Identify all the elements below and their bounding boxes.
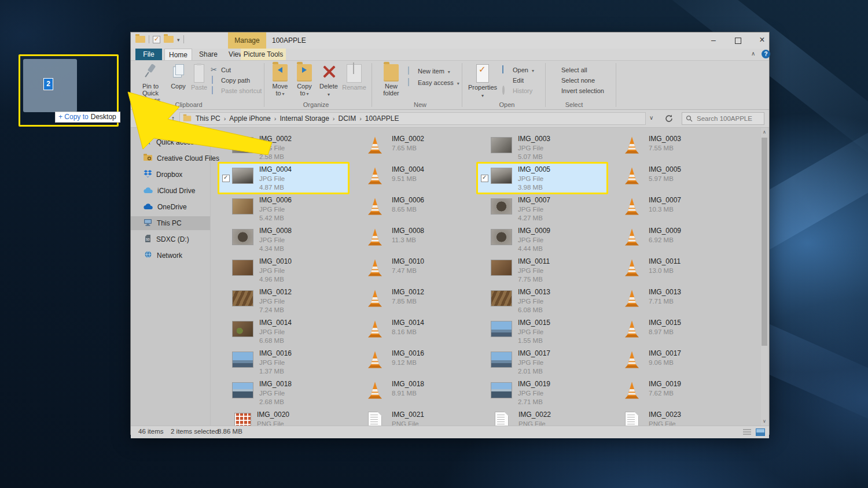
file-item-img_0022[interactable]: IMG_0022PNG File: [482, 409, 615, 426]
file-item-img_0016[interactable]: IMG_00169.12 MB: [355, 347, 488, 378]
file-item-img_0007[interactable]: IMG_000710.3 MB: [612, 194, 745, 225]
sidebar-item-creative-cloud-files[interactable]: Creative Cloud Files: [131, 151, 210, 165]
close-button[interactable]: [751, 32, 773, 49]
file-item-img_0015[interactable]: IMG_0015JPG File1.55 MB: [482, 317, 615, 347]
cut-button[interactable]: Cut: [211, 65, 231, 75]
file-item-img_0018[interactable]: IMG_00188.91 MB: [355, 378, 488, 409]
copy-path-button[interactable]: Copy path: [211, 76, 250, 85]
details-view-icon[interactable]: [743, 429, 751, 435]
sidebar-item-network[interactable]: Network: [131, 249, 210, 263]
file-item-img_0012[interactable]: IMG_0012JPG File7.24 MB: [223, 286, 356, 317]
file-item-img_0008[interactable]: IMG_000811.3 MB: [355, 225, 488, 256]
up-icon[interactable]: ↑: [168, 110, 178, 127]
breadcrumb-segment[interactable]: Internal Storage: [276, 114, 332, 123]
address-dropdown-caret-icon[interactable]: ∨: [649, 114, 653, 121]
file-item-img_0012[interactable]: IMG_00127.85 MB: [355, 286, 488, 317]
item-checkbox[interactable]: [481, 175, 488, 182]
sidebar-item-dropbox[interactable]: Dropbox: [131, 168, 210, 182]
breadcrumb-segment[interactable]: DCIM: [334, 114, 359, 123]
invert-selection-button[interactable]: Invert selection: [551, 86, 604, 95]
minimize-button[interactable]: [703, 32, 724, 49]
file-item-img_0019[interactable]: IMG_00197.62 MB: [612, 378, 745, 409]
paste-button[interactable]: Paste: [189, 63, 209, 98]
move-to-button[interactable]: Move to: [269, 63, 292, 98]
vertical-scrollbar[interactable]: ∧ ∨: [761, 128, 768, 426]
breadcrumb-segment[interactable]: Apple iPhone: [226, 114, 274, 123]
rename-button[interactable]: Rename: [341, 63, 367, 98]
scroll-up-icon[interactable]: ∧: [761, 128, 768, 136]
scrollbar-thumb[interactable]: [762, 138, 767, 346]
folder-icon[interactable]: [164, 36, 174, 43]
file-item-img_0014[interactable]: IMG_0014JPG File6.68 MB: [223, 317, 356, 347]
file-item-img_0002[interactable]: IMG_00027.65 MB: [355, 133, 488, 164]
refresh-icon[interactable]: [664, 114, 674, 123]
tab-picture-tools[interactable]: Picture Tools: [241, 49, 286, 60]
file-item-img_0011[interactable]: IMG_0011JPG File7.75 MB: [482, 256, 615, 286]
thumbnail-view-icon[interactable]: [756, 428, 765, 436]
file-item-img_0019[interactable]: IMG_0019JPG File2.71 MB: [482, 378, 615, 409]
properties-button[interactable]: Properties: [468, 63, 498, 98]
recent-locations-caret-icon[interactable]: ∨: [159, 110, 167, 127]
file-item-img_0007[interactable]: IMG_0007JPG File4.27 MB: [482, 194, 615, 225]
pin-to-quick-access-button[interactable]: Pin to Quick access: [135, 63, 165, 98]
file-item-img_0014[interactable]: IMG_00148.16 MB: [355, 317, 488, 347]
file-item-img_0003[interactable]: IMG_00037.55 MB: [612, 133, 745, 164]
file-item-img_0002[interactable]: IMG_0002JPG File2.58 MB: [223, 133, 356, 164]
manage-contextual-tab[interactable]: Manage: [228, 32, 266, 49]
file-item-img_0003[interactable]: IMG_0003JPG File5.07 MB: [482, 133, 615, 164]
file-item-img_0004[interactable]: IMG_00049.51 MB: [355, 164, 488, 194]
file-item-img_0013[interactable]: IMG_0013JPG File6.08 MB: [482, 286, 615, 317]
file-item-img_0006[interactable]: IMG_00068.65 MB: [355, 194, 488, 225]
easy-access-button[interactable]: Easy access: [407, 78, 459, 87]
sidebar-item-sdxc-d-[interactable]: SDSDXC (D:): [131, 232, 210, 246]
tab-file[interactable]: File: [135, 49, 162, 60]
sidebar-item-onedrive[interactable]: OneDrive: [131, 200, 210, 214]
file-item-img_0021[interactable]: IMG_0021PNG File: [355, 409, 488, 426]
file-item-img_0017[interactable]: IMG_0017JPG File2.01 MB: [482, 347, 615, 378]
file-item-img_0009[interactable]: IMG_00096.92 MB: [612, 225, 745, 256]
history-button[interactable]: History: [502, 86, 532, 95]
copy-button[interactable]: Copy: [168, 63, 189, 98]
file-item-img_0023[interactable]: IMG_0023PNG File: [612, 409, 745, 426]
forward-icon[interactable]: →: [148, 110, 159, 127]
new-folder-button[interactable]: New folder: [378, 63, 404, 98]
search-box[interactable]: [682, 112, 764, 125]
file-item-img_0004[interactable]: IMG_0004JPG File4.87 MB: [223, 164, 356, 194]
item-checkbox[interactable]: [222, 175, 230, 182]
file-item-img_0009[interactable]: IMG_0009JPG File4.44 MB: [482, 225, 615, 256]
file-item-img_0008[interactable]: IMG_0008JPG File4.34 MB: [223, 225, 356, 256]
select-all-button[interactable]: Select all: [551, 65, 587, 75]
sidebar-item-quick-access[interactable]: Quick access: [131, 135, 210, 149]
open-button[interactable]: Open: [502, 65, 534, 75]
qat-dropdown-caret-icon[interactable]: [177, 35, 180, 43]
sidebar-item-this-pc[interactable]: This PC: [131, 216, 210, 230]
tab-share[interactable]: Share: [194, 49, 222, 60]
delete-button[interactable]: Delete: [317, 63, 340, 98]
scroll-down-icon[interactable]: ∨: [761, 417, 768, 426]
new-item-button[interactable]: New item: [407, 66, 450, 76]
file-item-img_0013[interactable]: IMG_00137.71 MB: [612, 286, 745, 317]
file-item-img_0017[interactable]: IMG_00179.06 MB: [612, 347, 745, 378]
edit-button[interactable]: Edit: [502, 76, 524, 85]
file-item-img_0006[interactable]: IMG_0006JPG File5.42 MB: [223, 194, 356, 225]
back-icon[interactable]: ←: [135, 110, 147, 127]
breadcrumb-segment[interactable]: This PC: [192, 114, 224, 123]
help-icon[interactable]: ?: [762, 50, 770, 58]
tab-home[interactable]: Home: [164, 49, 192, 60]
file-item-img_0011[interactable]: IMG_001113.0 MB: [612, 256, 745, 286]
paste-shortcut-button[interactable]: Paste shortcut: [211, 86, 262, 95]
select-none-button[interactable]: Select none: [551, 76, 595, 85]
collapse-ribbon-icon[interactable]: ∧: [751, 50, 755, 57]
file-item-img_0018[interactable]: IMG_0018JPG File2.68 MB: [223, 378, 356, 409]
file-item-img_0010[interactable]: IMG_00107.47 MB: [355, 256, 488, 286]
file-item-img_0005[interactable]: IMG_00055.97 MB: [612, 164, 745, 194]
file-item-img_0010[interactable]: IMG_0010JPG File4.96 MB: [223, 256, 356, 286]
breadcrumb-segment[interactable]: 100APPLE: [362, 114, 403, 123]
file-item-img_0005[interactable]: IMG_0005JPG File3.98 MB: [482, 164, 615, 194]
search-input[interactable]: [696, 114, 762, 123]
breadcrumb[interactable]: This PC›Apple iPhone›Internal Storage›DC…: [179, 112, 646, 125]
copy-to-button[interactable]: Copy to: [293, 63, 316, 98]
file-item-img_0015[interactable]: IMG_00158.97 MB: [612, 317, 745, 347]
file-item-img_0016[interactable]: IMG_0016JPG File1.37 MB: [223, 347, 356, 378]
checkbox-icon[interactable]: [153, 36, 160, 43]
